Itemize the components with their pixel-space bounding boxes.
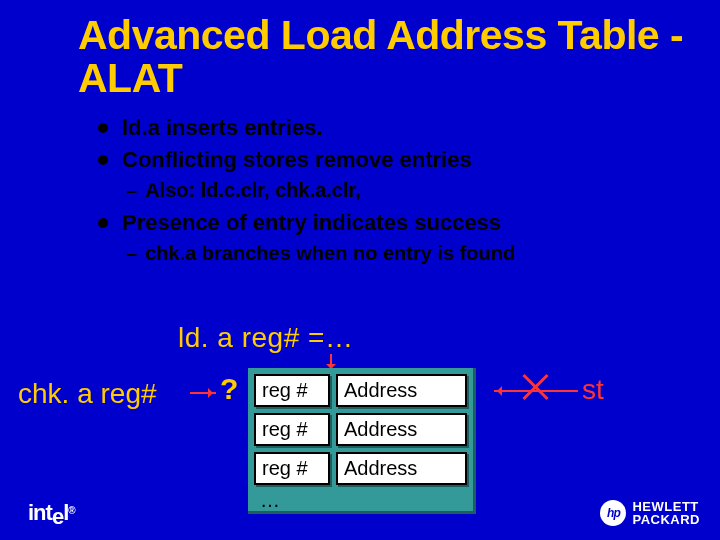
table-row: reg # Address (254, 374, 467, 407)
cross-icon (520, 372, 550, 402)
bullet-text: Presence of entry indicates success (122, 210, 501, 236)
bullet-dot-icon (98, 155, 108, 165)
table-row: reg # Address (254, 413, 467, 446)
intel-logo: intel® (28, 500, 75, 526)
bullet-item: ld.a inserts entries. (98, 115, 720, 141)
lda-label: ld. a reg# =… (178, 322, 353, 354)
chka-label: chk. a reg# (18, 378, 157, 410)
reg-cell: reg # (254, 374, 330, 407)
slide-title: Advanced Load Address Table - ALAT (0, 0, 720, 100)
sub-bullet-text: Also: ld.c.clr, chk.a.clr, (145, 179, 361, 202)
alat-diagram: ld. a reg# =… chk. a reg# ? st reg # Add… (0, 322, 720, 522)
dash-icon: – (126, 179, 137, 202)
addr-cell: Address (336, 374, 467, 407)
hp-text: HEWLETT PACKARD (632, 500, 700, 526)
bullet-dot-icon (98, 123, 108, 133)
sub-bullet-item: – Also: ld.c.clr, chk.a.clr, (98, 179, 720, 202)
table-ellipsis: … (254, 491, 467, 509)
sub-bullet-text: chk.a branches when no entry is found (145, 242, 515, 265)
hp-circle-icon: hp (600, 500, 626, 526)
bullet-dot-icon (98, 218, 108, 228)
hp-line2: PACKARD (632, 513, 700, 526)
addr-cell: Address (336, 452, 467, 485)
bullet-text: Conflicting stores remove entries (122, 147, 472, 173)
bullet-item: Conflicting stores remove entries (98, 147, 720, 173)
question-mark: ? (220, 372, 238, 406)
reg-cell: reg # (254, 452, 330, 485)
bullet-item: Presence of entry indicates success (98, 210, 720, 236)
dash-icon: – (126, 242, 137, 265)
reg-cell: reg # (254, 413, 330, 446)
hp-logo: hp HEWLETT PACKARD (600, 500, 700, 526)
bullet-text: ld.a inserts entries. (122, 115, 323, 141)
addr-cell: Address (336, 413, 467, 446)
table-row: reg # Address (254, 452, 467, 485)
sub-bullet-item: – chk.a branches when no entry is found (98, 242, 720, 265)
arrow-icon (190, 392, 216, 394)
st-label: st (582, 374, 604, 406)
alat-table: reg # Address reg # Address reg # Addres… (248, 368, 476, 514)
bullet-list: ld.a inserts entries. Conflicting stores… (0, 100, 720, 265)
